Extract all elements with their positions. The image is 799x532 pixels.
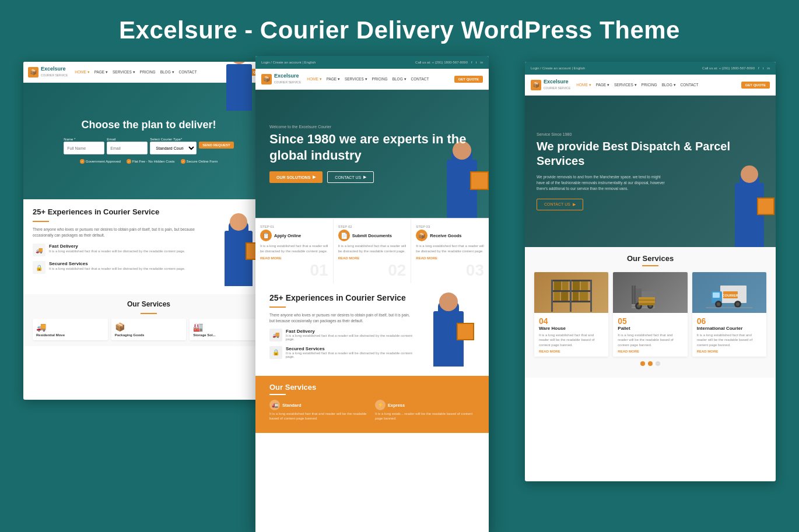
screen1-logo-text: Excelsure COURIER SERVICE bbox=[41, 66, 68, 78]
screen2-about-desc: There anyone who loves or pursues nor de… bbox=[269, 312, 415, 324]
screen2-nav: HOME ▾ PAGE ▾ SERVICES ▾ PRICING BLOG ▾ … bbox=[307, 77, 429, 82]
screen3-logo: 📦 Excelsure COURIER SERVICE bbox=[531, 79, 570, 91]
screen2-service2: ⚡ Express It is a long estab... reader w… bbox=[375, 400, 475, 421]
screen3-service1-read-more[interactable]: READ MORE bbox=[539, 350, 604, 353]
screen1-service2: 📦 Packaging Goods bbox=[111, 319, 187, 340]
screen2-step2-read-more[interactable]: READ MORE bbox=[338, 256, 406, 260]
screen3-tw-icon[interactable]: t bbox=[763, 66, 764, 70]
screen3-nav-home[interactable]: HOME ▾ bbox=[576, 83, 591, 87]
screen3-dot2[interactable] bbox=[648, 361, 653, 366]
screen2-nav-contact[interactable]: CONTACT bbox=[411, 77, 429, 82]
screen3-get-quote-btn[interactable]: GET QUOTE bbox=[741, 82, 770, 89]
screen1-service3: 🏭 Storage Sol... bbox=[190, 319, 265, 340]
screen3-nav-pricing[interactable]: PRICING bbox=[642, 83, 657, 87]
screen2-step2-icon: 📄 bbox=[338, 230, 350, 241]
screen1-nav-services[interactable]: SERVICES ▾ bbox=[113, 70, 135, 75]
screen1-nav-blog[interactable]: BLOG ▾ bbox=[160, 70, 174, 75]
screen1-feature1-icon: 🚚 bbox=[33, 244, 45, 256]
screen2-feature2-icon: 🔒 bbox=[269, 346, 282, 359]
screen3-fb-icon[interactable]: f bbox=[758, 66, 759, 70]
screen1-courier-field-wrap: Select Courier Type* Standard Courier bbox=[150, 138, 197, 154]
screen3-navbar: 📦 Excelsure COURIER SERVICE HOME ▾ PAGE … bbox=[525, 75, 776, 96]
screen3-ln-icon[interactable]: in bbox=[767, 66, 770, 70]
screen2-feature1-text: Fast Delivery It is a long established f… bbox=[286, 329, 415, 341]
screen1-feature2-desc: It is a long established fact that a rea… bbox=[49, 266, 185, 271]
screen3-nav-contact[interactable]: CONTACT bbox=[681, 83, 699, 87]
screen3-dot1[interactable] bbox=[640, 361, 645, 366]
screen3-service3-desc: It is a long established fact that and r… bbox=[697, 333, 762, 347]
screen3-service3-read-more[interactable]: READ MORE bbox=[697, 350, 762, 353]
screen3-services: Our Services bbox=[525, 247, 776, 378]
screen3-nav-blog[interactable]: BLOG ▾ bbox=[662, 83, 676, 87]
screen1-figure-head bbox=[230, 213, 247, 231]
screen2-about-figure-head bbox=[439, 293, 458, 311]
screen2-get-quote-btn[interactable]: GET QUOTE bbox=[454, 76, 483, 83]
screen1-submit-btn[interactable]: SEND REQUEST bbox=[199, 142, 233, 149]
screen2-contact-us-btn[interactable]: CONTACT US ▶ bbox=[327, 171, 374, 183]
screen2-nav-blog[interactable]: BLOG ▾ bbox=[393, 77, 406, 82]
screen2-service1-icon: 🚛 bbox=[269, 400, 280, 410]
screen2-step1-read-more[interactable]: READ MORE bbox=[260, 256, 328, 260]
screen2-fb-icon[interactable]: f bbox=[471, 61, 472, 64]
screen2-nav-page[interactable]: PAGE ▾ bbox=[327, 77, 340, 82]
screen2-our-solutions-btn[interactable]: OUR SOLUTIONS ▶ bbox=[269, 171, 323, 183]
screen2-step3-desc: It is a long established fact that a rea… bbox=[416, 244, 484, 254]
screen2-tw-icon[interactable]: t bbox=[476, 61, 477, 64]
screen2-service1-title: Standard bbox=[282, 403, 302, 408]
screen2-navbar: 📦 Excelsure COURIER SERVICE HOME ▾ PAGE … bbox=[255, 69, 489, 90]
screen2-nav-home[interactable]: HOME ▾ bbox=[307, 77, 321, 82]
screen3-service3-num: 06 bbox=[697, 316, 762, 326]
screen3-phone: Call us at: + (291) 1800-567-8090 bbox=[702, 66, 755, 70]
svg-rect-13 bbox=[580, 292, 588, 301]
svg-rect-8 bbox=[573, 281, 580, 290]
screen1-courier-select[interactable]: Standard Courier bbox=[150, 142, 197, 154]
screen3-logo-text: Excelsure COURIER SERVICE bbox=[544, 79, 570, 91]
screen1-service2-icon: 📦 bbox=[115, 322, 183, 332]
screen3-service2-read-more[interactable]: READ MORE bbox=[618, 350, 682, 353]
screen3-pallet-svg bbox=[627, 274, 674, 312]
screen1-logo: Excelsure COURIER SERVICE bbox=[28, 66, 68, 78]
screen1-name-input[interactable] bbox=[64, 142, 104, 154]
screen2-arrow-icon: ▶ bbox=[313, 175, 316, 179]
screen3-contact-us-btn[interactable]: CONTACT US ▶ bbox=[537, 199, 583, 210]
screen1-nav-pricing[interactable]: PRICING bbox=[140, 70, 156, 75]
screen3-hero-body bbox=[735, 183, 764, 247]
svg-rect-29 bbox=[713, 293, 720, 298]
screen3-warehouse-svg bbox=[548, 274, 595, 312]
svg-rect-4 bbox=[590, 280, 592, 312]
screen2-step2: STEP 02 📄 Submit Documents It is a long … bbox=[334, 218, 412, 283]
screen2-about-divider bbox=[269, 306, 286, 308]
screen1-nav-contact[interactable]: CONTACT bbox=[179, 70, 197, 75]
screen3-nav-page[interactable]: PAGE ▾ bbox=[596, 83, 609, 87]
screen2-phone: Call us at: + (291) 1800-567-8090 bbox=[415, 61, 468, 64]
screen2-ln-icon[interactable]: in bbox=[480, 61, 483, 64]
screen1-name-label: Name * bbox=[64, 138, 104, 141]
screen3-services-title: Our Services bbox=[534, 254, 766, 263]
screen1-feature2-icon: 🔒 bbox=[33, 261, 45, 274]
screen2-feature1: 🚚 Fast Delivery It is a long established… bbox=[269, 329, 415, 341]
svg-rect-17 bbox=[634, 286, 636, 306]
screen1-nav-home[interactable]: HOME ▾ bbox=[75, 70, 89, 75]
screen3-dot3[interactable] bbox=[656, 361, 660, 366]
screen2-logo: 📦 Excelsure COURIER SERVICE bbox=[261, 73, 301, 85]
screen1-figure-body bbox=[225, 231, 253, 286]
screen3-service1-name: Ware House bbox=[539, 326, 604, 331]
screen2-step3-read-more[interactable]: READ MORE bbox=[416, 256, 484, 260]
screen2-nav-pricing[interactable]: PRICING bbox=[372, 77, 388, 82]
screen3-service1-body: 04 Ware House It is a long established f… bbox=[534, 313, 608, 357]
screen1-hero: Choose the plan to deliver! Name * Email… bbox=[23, 83, 274, 199]
page-wrapper: Excelsure - Courier Delivery WordPress T… bbox=[0, 0, 799, 510]
screen3-logo-icon: 📦 bbox=[531, 80, 541, 90]
screen1-email-input[interactable] bbox=[107, 142, 148, 154]
screen2-step3-bignum: 03 bbox=[416, 261, 484, 280]
screen3-nav-services[interactable]: SERVICES ▾ bbox=[614, 83, 637, 87]
screen3-topbar-left: Login / Create an account | English bbox=[531, 66, 585, 70]
main-title-area: Excelsure - Courier Delivery WordPress T… bbox=[0, 0, 799, 56]
screen3-top-bar: Login / Create an account | English Call… bbox=[525, 62, 776, 75]
screen3-service2-name: Pallet bbox=[618, 326, 682, 331]
screen2-nav-services[interactable]: SERVICES ▾ bbox=[345, 77, 367, 82]
screen2-step1-icon: 📋 bbox=[260, 230, 272, 241]
screen1-nav-page[interactable]: PAGE ▾ bbox=[94, 70, 108, 75]
screen1-services: Our Services 🚚 Residential Move 📦 Packag… bbox=[23, 294, 274, 346]
svg-rect-3 bbox=[551, 280, 553, 312]
